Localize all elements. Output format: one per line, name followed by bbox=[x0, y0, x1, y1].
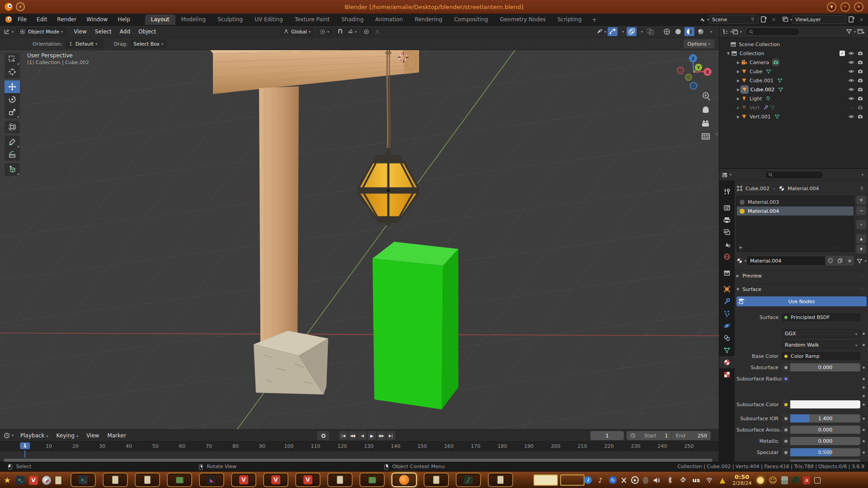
tab-geometry-nodes[interactable]: Geometry Nodes bbox=[494, 14, 552, 25]
ruler-mark[interactable]: 200 bbox=[551, 443, 561, 449]
animate-dot[interactable] bbox=[860, 341, 867, 346]
properties-editor-type-button[interactable] bbox=[722, 170, 731, 179]
properties-search[interactable] bbox=[765, 171, 824, 179]
mesh-data-icon[interactable] bbox=[766, 69, 771, 74]
menu-view[interactable]: View bbox=[70, 28, 90, 35]
ruler-mark[interactable]: 100 bbox=[284, 443, 294, 449]
file-dock-button[interactable] bbox=[488, 473, 513, 487]
vlc-dock-button[interactable] bbox=[295, 473, 321, 487]
outliner-row-cube-002[interactable]: ▶ Cube.002 bbox=[719, 85, 868, 94]
view-layer-name-field[interactable]: ViewLayer bbox=[792, 15, 846, 24]
file-icon[interactable] bbox=[497, 476, 504, 484]
tab-layout[interactable]: Layout bbox=[145, 14, 175, 25]
file-icon[interactable] bbox=[55, 476, 61, 484]
cut-icon[interactable] bbox=[621, 477, 627, 483]
tab-scripting[interactable]: Scripting bbox=[552, 14, 587, 25]
remove-view-layer-button[interactable] bbox=[856, 15, 866, 24]
tool-rotate[interactable] bbox=[5, 93, 20, 106]
ruler-mark[interactable]: 230 bbox=[631, 443, 641, 449]
camera-view-icon[interactable] bbox=[702, 120, 709, 127]
editor-type-button[interactable] bbox=[4, 27, 14, 36]
mesh-data-icon[interactable] bbox=[777, 78, 783, 83]
tab-output[interactable] bbox=[719, 214, 735, 226]
workspace-2[interactable] bbox=[560, 474, 585, 486]
vlc-icon[interactable] bbox=[303, 475, 312, 484]
orientation-dropdown[interactable]: Default bbox=[65, 39, 104, 48]
panel-preview[interactable]: ▶ Preview ∷∷ bbox=[736, 270, 867, 280]
end-frame-field[interactable]: End250 bbox=[672, 431, 711, 440]
disable-render-icon[interactable] bbox=[858, 114, 863, 119]
axis-negative-x[interactable] bbox=[677, 67, 684, 74]
pen-icon[interactable] bbox=[464, 475, 473, 484]
subsurface-aniso-slider[interactable]: 0.000 bbox=[790, 426, 860, 434]
package-dock-button[interactable] bbox=[359, 473, 385, 487]
tab-texture[interactable] bbox=[719, 368, 735, 380]
tab-collection[interactable] bbox=[719, 267, 735, 279]
tab-tool[interactable] bbox=[719, 185, 735, 197]
new-collection-button[interactable] bbox=[856, 27, 866, 36]
tab-object-data[interactable] bbox=[719, 344, 735, 356]
unlink-material-button[interactable] bbox=[844, 256, 854, 266]
playhead[interactable] bbox=[24, 450, 25, 458]
snap-settings-dropdown[interactable] bbox=[346, 27, 359, 36]
outliner-display-mode-button[interactable] bbox=[722, 27, 732, 36]
mode-dropdown[interactable]: Object Mode bbox=[16, 27, 66, 36]
expand-arrow-icon[interactable]: ▶ bbox=[736, 79, 741, 83]
file-icon[interactable] bbox=[337, 476, 343, 484]
terminal-icon[interactable] bbox=[16, 476, 25, 485]
tool-cursor[interactable] bbox=[5, 66, 20, 78]
sync-icon[interactable] bbox=[609, 476, 617, 484]
collection-checkbox[interactable]: ✓ bbox=[840, 51, 845, 56]
shade-window-button[interactable]: ▼ bbox=[827, 2, 836, 12]
eye-closed-icon[interactable]: ⌄ bbox=[850, 105, 854, 110]
expand-arrow-icon[interactable]: ▶ bbox=[736, 61, 741, 65]
bluetooth-icon[interactable] bbox=[665, 476, 675, 485]
outliner-row-cube-001[interactable]: ▶ Cube.001 bbox=[719, 76, 868, 85]
vlc-icon[interactable] bbox=[29, 476, 38, 485]
package-icon[interactable] bbox=[176, 477, 184, 483]
add-material-slot-button[interactable]: + bbox=[856, 196, 866, 205]
use-nodes-button[interactable]: Use Nodes bbox=[736, 296, 867, 306]
surface-node-field[interactable]: Principled BSDF bbox=[782, 313, 860, 321]
start-frame-field[interactable]: Start1 bbox=[627, 431, 672, 440]
material-slot-row[interactable]: Material.003 bbox=[737, 197, 854, 206]
play-button[interactable]: ▶ bbox=[368, 431, 376, 440]
file-icon[interactable] bbox=[112, 476, 118, 484]
terminal-icon[interactable] bbox=[79, 475, 88, 484]
ruler-mark[interactable]: 10 bbox=[46, 443, 52, 449]
material-specials-button[interactable]: ▾ bbox=[856, 220, 866, 229]
copy-material-button[interactable] bbox=[835, 256, 844, 266]
blender-icon[interactable] bbox=[399, 475, 409, 485]
ruler-mark[interactable]: 40 bbox=[126, 443, 132, 449]
move-slot-down-button[interactable]: ▼ bbox=[856, 244, 866, 253]
xray-toggle[interactable] bbox=[646, 27, 656, 36]
disable-render-icon[interactable] bbox=[858, 51, 863, 56]
timeline-ruler[interactable]: 1102030405060708090100110120130140150160… bbox=[0, 441, 719, 451]
ruler-mark[interactable]: 20 bbox=[72, 443, 79, 449]
tab-texture-paint[interactable]: Texture Paint bbox=[289, 14, 335, 25]
scene-browse-icon[interactable] bbox=[699, 15, 709, 24]
play-reverse-button[interactable]: ◀ bbox=[358, 431, 367, 440]
material-name-field[interactable]: Material.004 bbox=[746, 256, 826, 266]
ruler-mark[interactable]: 160 bbox=[444, 443, 454, 449]
blender-menu-logo-icon[interactable] bbox=[5, 15, 13, 23]
ruler-mark[interactable]: 120 bbox=[338, 443, 347, 449]
timeline-menu-marker[interactable]: Marker bbox=[103, 432, 130, 439]
ruler-mark[interactable]: 190 bbox=[524, 443, 534, 449]
expand-arrow-icon[interactable]: ▶ bbox=[736, 106, 741, 110]
transform-orientation-dropdown[interactable]: Global bbox=[280, 27, 314, 36]
outliner-filter-button[interactable] bbox=[846, 27, 856, 36]
disable-render-icon[interactable] bbox=[858, 78, 863, 83]
outliner-row-vert[interactable]: ▶ Vert ⌄ bbox=[719, 103, 868, 112]
vlc-icon[interactable] bbox=[271, 475, 280, 484]
current-frame-field[interactable]: 1 bbox=[590, 431, 624, 440]
overlays-toggle[interactable] bbox=[627, 27, 637, 36]
ruler-mark[interactable]: 30 bbox=[99, 443, 105, 449]
new-scene-button[interactable] bbox=[759, 15, 769, 24]
outliner-row-cube[interactable]: ▶ Cube bbox=[719, 67, 868, 76]
animate-dot[interactable] bbox=[860, 448, 867, 454]
add-workspace-button[interactable]: + bbox=[587, 16, 601, 23]
socket-button[interactable] bbox=[782, 426, 790, 434]
ruler-mark[interactable]: 90 bbox=[259, 443, 265, 449]
specular-slider[interactable]: 0.500 bbox=[790, 448, 860, 456]
